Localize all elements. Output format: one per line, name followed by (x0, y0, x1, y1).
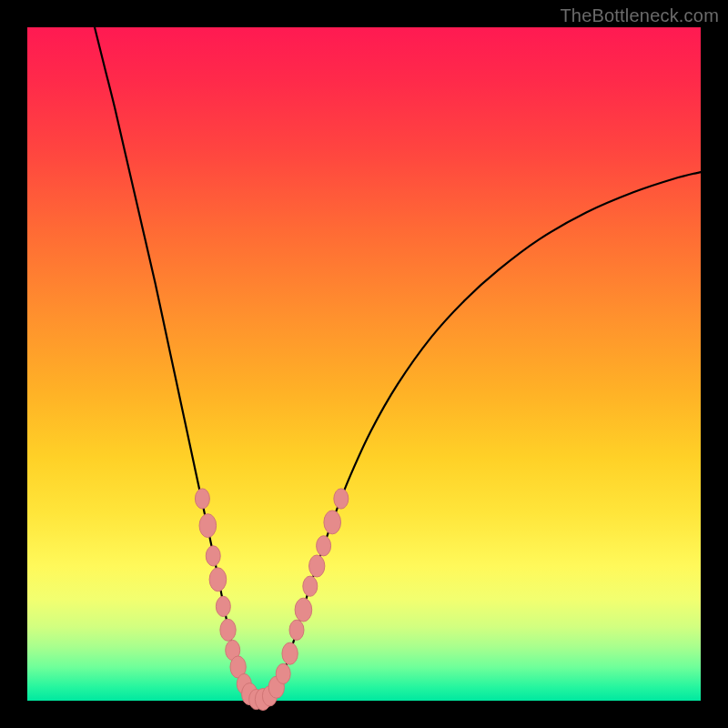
data-marker (206, 546, 220, 566)
data-marker (220, 619, 236, 641)
data-marker (334, 489, 349, 509)
data-marker (317, 536, 331, 556)
data-marker (295, 598, 312, 622)
data-marker (309, 555, 325, 577)
chart-frame: TheBottleneck.com (0, 0, 728, 728)
data-marker (282, 642, 298, 664)
plot-area (27, 27, 701, 701)
data-markers (195, 489, 348, 711)
data-marker (324, 511, 341, 534)
data-marker (199, 514, 217, 538)
data-marker (195, 489, 209, 509)
data-marker (216, 596, 230, 616)
bottleneck-curve (95, 27, 701, 702)
data-marker (276, 663, 290, 683)
data-marker (303, 576, 318, 596)
watermark-text: TheBottleneck.com (560, 5, 719, 26)
data-marker (289, 620, 304, 640)
data-marker (209, 568, 227, 592)
chart-overlay (27, 27, 701, 701)
